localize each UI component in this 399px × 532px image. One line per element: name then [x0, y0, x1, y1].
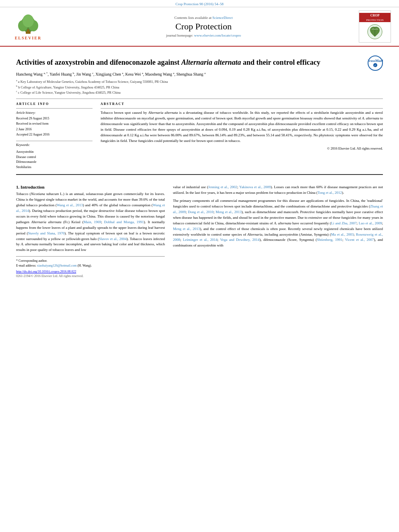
intro-section-title: 1. Introduction: [16, 185, 165, 189]
received-date: Received 29 August 2015: [16, 116, 93, 121]
journal-reference: Crop Protection 90 (2016) 54–58: [175, 2, 224, 6]
abstract-panel: ABSTRACT Tobacco brown spot caused by Al…: [101, 102, 383, 170]
ref-jenning2002[interactable]: Jenning et al., 2002: [208, 185, 237, 189]
ref-stavely1970[interactable]: Stavely and Slana, 1970: [28, 231, 65, 235]
science-direct-link[interactable]: ScienceDirect: [212, 16, 232, 20]
article-history: Article history: Received 29 August 2015…: [16, 108, 93, 138]
ref-tong2012[interactable]: Tong et al., 2012: [317, 191, 342, 195]
ref-li2007[interactable]: Li and Zhu, 2007: [331, 221, 357, 225]
history-label: Article history:: [16, 110, 93, 116]
svg-text:✓: ✓: [374, 64, 376, 67]
ref-meng2013[interactable]: Meng et al., 2013: [216, 210, 242, 214]
doi-link[interactable]: http://dx.doi.org/10.1016/j.cropro.2016.…: [16, 270, 76, 273]
keyword-4: Strobilurins: [16, 165, 93, 170]
ref-vega2014[interactable]: Vega and Dewdney, 2014: [220, 238, 259, 242]
revised-date: 2 June 2016: [16, 127, 93, 132]
ref-vicent2007[interactable]: Vicent et al., 2007: [345, 238, 374, 242]
intro-paragraph-2: value of industrial use (Jenning et al.,…: [173, 185, 383, 249]
article-info-label: ARTICLE INFO: [16, 102, 93, 106]
authors: Hancheng Wang a, *, Yanfei Huang b, Jin …: [16, 72, 383, 76]
article-container: Activities of azoxystrobin and difenocon…: [0, 47, 399, 183]
ref-wang2013[interactable]: Wang et al., 2013: [57, 203, 83, 207]
ref-ma2003[interactable]: Ma et al., 2003: [331, 232, 354, 236]
copyright-notice: © 2016 Elsevier Ltd. All rights reserved…: [101, 146, 383, 150]
body-right-col: value of industrial use (Jenning et al.,…: [173, 185, 383, 278]
elsevier-tree-icon: [14, 13, 42, 35]
ref-wang2014[interactable]: Wang et al., 2014: [16, 203, 165, 213]
journal-center: Contents lists available at ScienceDirec…: [48, 16, 359, 37]
homepage-label: journal homepage: www.elsevier.com/locat…: [48, 33, 359, 37]
ref-luo2009[interactable]: Luo et al., 2009: [359, 221, 382, 225]
keywords-label: Keywords:: [16, 143, 30, 147]
science-direct-label: Contents lists available at ScienceDirec…: [48, 16, 359, 20]
ref-meng2013b[interactable]: Meng et al., 2013: [173, 227, 200, 231]
homepage-url[interactable]: www.elsevier.com/locate/cropro: [194, 33, 241, 37]
keyword-2: Disease control: [16, 155, 93, 160]
ref-slavov2004[interactable]: Slavov et al., 2004: [99, 237, 127, 241]
accepted-date: Accepted 22 August 2016: [16, 132, 93, 138]
crop-protection-logo-icon: [366, 24, 384, 40]
elsevier-brand-text: ELSEVIER: [15, 36, 42, 40]
article-title: Activities of azoxystrobin and difenocon…: [16, 58, 364, 67]
ref-yakinova2009[interactable]: Yakinova et al., 2009: [239, 185, 271, 189]
top-bar: Crop Protection 90 (2016) 54–58: [0, 0, 399, 7]
ref-leiminger2014[interactable]: Leiminger et al., 2014: [183, 238, 218, 242]
journal-title: Crop Protection: [48, 21, 359, 32]
journal-header: ELSEVIER Contents lists available at Sci…: [0, 7, 399, 47]
body-content: 1. Introduction Tobacco (Nicotiana tabac…: [0, 185, 399, 278]
svg-point-4: [23, 14, 34, 27]
body-left-col: 1. Introduction Tobacco (Nicotiana tabac…: [16, 185, 165, 278]
doi-line: http://dx.doi.org/10.1016/j.cropro.2016.…: [16, 270, 165, 273]
ref-main1969[interactable]: Main, 1969: [84, 220, 101, 224]
intro-paragraph-1: Tobacco (Nicotiana tabacum L.) is an ann…: [16, 191, 165, 253]
article-info-panel: ARTICLE INFO Article history: Received 2…: [16, 102, 93, 170]
crop-logo: CROP PROTECTION: [359, 10, 391, 43]
keywords-section: Keywords: Azoxystrobin Disease control D…: [16, 141, 93, 170]
affiliations: a a Key Laboratory of Molecular Genetics…: [16, 79, 383, 95]
elsevier-logo: ELSEVIER: [8, 13, 48, 40]
ref-dobhal1991[interactable]: Dobhal and Monga, 1991: [104, 220, 144, 224]
corresponding-author-label: * Corresponding author.: [16, 259, 165, 263]
abstract-label: ABSTRACT: [101, 102, 383, 106]
keyword-3: Difenoconazole: [16, 160, 93, 165]
footnote-divider: [16, 256, 165, 257]
article-info-abstract: ARTICLE INFO Article history: Received 2…: [16, 102, 383, 170]
body-divider: [16, 174, 383, 175]
ref-dong2010[interactable]: Dong et al., 2010: [188, 210, 214, 214]
footnote: * Corresponding author. E-mail address: …: [16, 259, 165, 268]
email-line: E-mail address: xiaohaiyang126@hotmail.c…: [16, 263, 165, 268]
svg-text:CrossMark: CrossMark: [368, 59, 383, 63]
keyword-1: Azoxystrobin: [16, 150, 93, 155]
crossmark-icon[interactable]: CrossMark ✓: [368, 55, 383, 72]
email-link[interactable]: xiaohaiyang126@hotmail.com: [37, 264, 77, 267]
footer-copyright: 0261-2194/© 2016 Elsevier Ltd. All right…: [16, 274, 165, 278]
ref-shtienberg1991[interactable]: Shtienberg, 1991: [317, 238, 342, 242]
received-revised-label: Received in revised form: [16, 121, 93, 127]
section-divider: [16, 99, 383, 99]
svg-rect-6: [26, 31, 31, 34]
abstract-text: Tobacco brown spot caused by Alternaria …: [101, 108, 383, 144]
